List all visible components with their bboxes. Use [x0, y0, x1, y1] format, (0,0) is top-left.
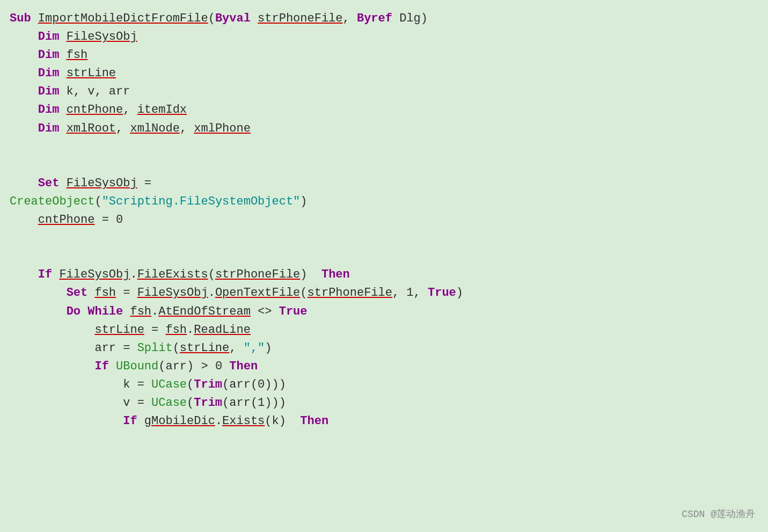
code-line: Dim strLine — [10, 64, 752, 83]
code-line — [10, 156, 752, 174]
code-container: Sub ImportMobileDictFromFile(Byval strPh… — [0, 0, 768, 532]
code-line: Set FileSysObj = — [10, 174, 752, 193]
code-line: If gMobileDic.Exists(k) Then — [10, 412, 752, 431]
code-line: Dim cntPhone, itemIdx — [10, 101, 752, 119]
code-block: Sub ImportMobileDictFromFile(Byval strPh… — [10, 10, 752, 431]
code-line: cntPhone = 0 — [10, 211, 752, 229]
code-line: Sub ImportMobileDictFromFile(Byval strPh… — [10, 10, 752, 28]
code-line: strLine = fsh.ReadLine — [10, 321, 752, 339]
code-line: k = UCase(Trim(arr(0))) — [10, 376, 752, 394]
code-line: Set fsh = FileSysObj.OpenTextFile(strPho… — [10, 284, 752, 302]
code-line — [10, 247, 752, 266]
watermark: CSDN @莲动渔舟 — [682, 507, 755, 522]
code-line: Dim k, v, arr — [10, 83, 752, 101]
code-line: Dim fsh — [10, 46, 752, 64]
code-line: Do While fsh.AtEndOfStream <> True — [10, 303, 752, 321]
code-line: v = UCase(Trim(arr(1))) — [10, 394, 752, 412]
code-line: Dim xmlRoot, xmlNode, xmlPhone — [10, 120, 752, 138]
code-line: Dim FileSysObj — [10, 28, 752, 46]
code-line — [10, 229, 752, 247]
code-line — [10, 138, 752, 156]
code-line: If UBound(arr) > 0 Then — [10, 358, 752, 376]
code-line: CreateObject("Scripting.FileSystemObject… — [10, 193, 752, 211]
code-line: If FileSysObj.FileExists(strPhoneFile) T… — [10, 266, 752, 284]
code-line: arr = Split(strLine, ",") — [10, 339, 752, 358]
